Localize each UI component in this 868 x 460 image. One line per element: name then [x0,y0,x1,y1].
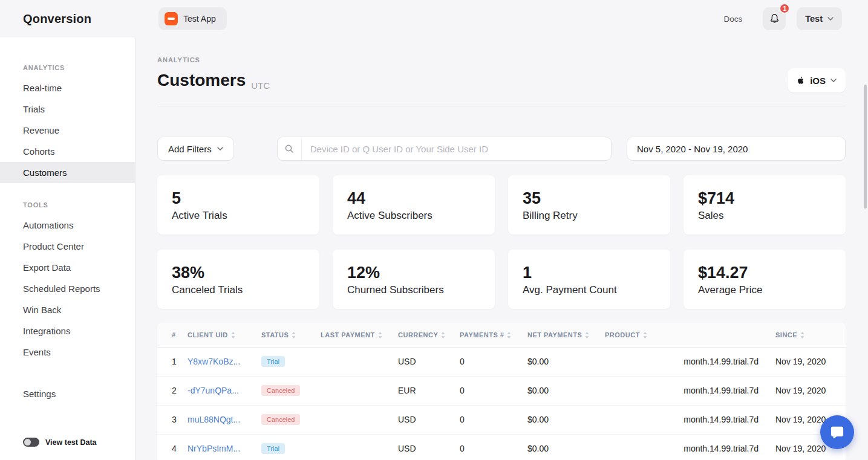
column-header-payments[interactable]: Payments # [460,323,527,347]
table-row[interactable]: 2 -dY7unQPa... Canceled EUR 0 $0.00 mont… [157,376,846,405]
client-uid-link[interactable]: muL88NQgt... [188,415,240,424]
cell-last-payment [321,434,398,460]
stat-value: $14.27 [698,264,831,282]
sidebar-section-label: Analytics [0,64,135,71]
chevron-down-icon [827,17,834,21]
chat-launcher-button[interactable] [820,415,854,449]
date-range-input[interactable] [627,137,846,161]
stat-value: 38% [172,264,305,282]
table-body: 1 Y8xw7KoBz... Trial USD 0 $0.00 month.1… [157,347,846,460]
sidebar-item-settings[interactable]: Settings [0,383,135,404]
cell-payments: 0 [460,347,527,376]
cell-net-payments: $0.00 [527,376,605,405]
view-test-data-toggle[interactable] [23,438,39,447]
sidebar-item-scheduled-reports[interactable]: Scheduled Reports [0,278,135,299]
table-header-row: #Client UIDStatusLast PaymentCurrencyPay… [157,323,846,347]
search-input[interactable] [302,137,611,160]
logo: Qonversion [0,12,135,26]
sidebar-section: Analytics Real-time Trials Revenue Cohor… [0,64,135,183]
user-menu-label: Test [805,14,823,24]
cell-currency: USD [398,405,460,434]
notification-badge: 1 [779,3,790,14]
topbar: Qonversion Test App Docs 1 Test [0,0,868,37]
cell-number: 4 [157,434,188,460]
app-selector-button[interactable]: Test App [158,7,227,30]
docs-link[interactable]: Docs [723,15,742,24]
sidebar-item-real-time[interactable]: Real-time [0,77,135,99]
sidebar-item-customers[interactable]: Customers [0,162,135,183]
cell-currency: USD [398,434,460,460]
column-header-net-payments[interactable]: Net Payments [527,323,605,347]
column-header-product[interactable]: Product [605,323,775,347]
cell-product: month.14.99.trial.7d [605,347,775,376]
stat-card-sales: $714 Sales [684,175,846,235]
add-filters-label: Add Filters [168,144,212,154]
status-badge: Trial [261,356,285,367]
cell-payments: 0 [460,434,527,460]
cell-net-payments: $0.00 [527,405,605,434]
search-icon [278,137,302,160]
cell-number: 1 [157,347,188,376]
stat-label: Average Price [698,284,831,296]
cell-number: 2 [157,376,188,405]
client-uid-link[interactable]: -dY7unQPa... [188,386,239,395]
table-row[interactable]: 4 NrYbPsImM... Trial USD 0 $0.00 month.1… [157,434,846,460]
search-box [277,137,612,161]
user-menu-button[interactable]: Test [797,7,842,30]
sidebar-item-export-data[interactable]: Export Data [0,257,135,278]
stats-grid: 5 Active Trials 44 Active Subscribers 35… [157,175,846,309]
sidebar-item-trials[interactable]: Trials [0,99,135,120]
sidebar: Analytics Real-time Trials Revenue Cohor… [0,37,135,460]
column-header-since[interactable]: Since [775,323,846,347]
sidebar-item-automations[interactable]: Automations [0,215,135,236]
cell-net-payments: $0.00 [527,347,605,376]
cell-payments: 0 [460,405,527,434]
sidebar-item-integrations[interactable]: Integrations [0,320,135,342]
breadcrumb: Analytics [157,56,846,63]
chevron-down-icon [830,79,837,82]
stat-card-churned-subscribers: 12% Churned Subscribers [333,250,495,309]
stat-label: Active Subscribers [347,210,480,222]
column-header-client-uid[interactable]: Client UID [188,323,261,347]
cell-payments: 0 [460,376,527,405]
status-badge: Canceled [261,414,300,425]
stat-label: Avg. Payment Count [523,284,656,296]
platform-selector-button[interactable]: iOS [788,68,846,92]
client-uid-link[interactable]: Y8xw7KoBz... [188,357,240,366]
cell-net-payments: $0.00 [527,434,605,460]
stat-card-active-trials: 5 Active Trials [157,175,319,235]
timezone-label: UTC [251,80,270,92]
cell-currency: EUR [398,376,460,405]
cell-product: month.14.99.trial.7d [605,405,775,434]
column-header-last-payment[interactable]: Last Payment [321,323,398,347]
stat-value: 44 [347,189,480,208]
column-header-currency[interactable]: Currency [398,323,460,347]
cell-product: month.14.99.trial.7d [605,434,775,460]
sidebar-item-revenue[interactable]: Revenue [0,120,135,141]
table-row[interactable]: 3 muL88NQgt... Canceled USD 0 $0.00 mont… [157,405,846,434]
add-filters-button[interactable]: Add Filters [157,137,234,161]
sidebar-item-product-center[interactable]: Product Center [0,236,135,257]
stat-card-active-subscribers: 44 Active Subscribers [333,175,495,235]
page-scrollbar[interactable] [864,85,867,209]
sidebar-item-win-back[interactable]: Win Back [0,299,135,320]
sidebar-item-cohorts[interactable]: Cohorts [0,141,135,162]
column-header-status[interactable]: Status [261,323,321,347]
sidebar-section-label: Tools [0,201,135,209]
bell-icon [769,13,780,25]
cell-since: Nov 19, 2020 [775,376,846,405]
view-test-data-label: View test Data [45,438,97,447]
stat-value: 1 [523,264,656,282]
table-row[interactable]: 1 Y8xw7KoBz... Trial USD 0 $0.00 month.1… [157,347,846,376]
status-badge: Canceled [261,385,300,396]
sidebar-item-events[interactable]: Events [0,342,135,363]
stat-card-average-price: $14.27 Average Price [684,250,846,309]
stat-card-avg-payment-count: 1 Avg. Payment Count [508,250,670,309]
notifications-button[interactable]: 1 [763,7,786,30]
cell-last-payment [321,405,398,434]
client-uid-link[interactable]: NrYbPsImM... [188,444,240,453]
toggle-knob [24,439,31,445]
stat-label: Sales [698,210,831,222]
apple-icon [797,76,805,85]
stat-label: Active Trials [172,210,305,222]
